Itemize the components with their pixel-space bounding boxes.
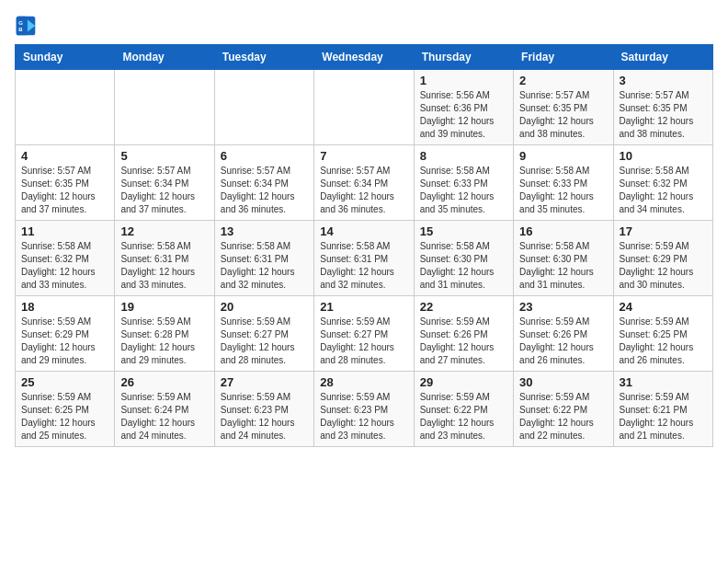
day-detail: Sunrise: 5:58 AM Sunset: 6:31 PM Dayligh… <box>221 240 308 292</box>
header-wednesday: Wednesday <box>314 45 414 70</box>
week-row-3: 18Sunrise: 5:59 AM Sunset: 6:29 PM Dayli… <box>16 296 713 372</box>
day-cell: 27Sunrise: 5:59 AM Sunset: 6:23 PM Dayli… <box>214 372 313 447</box>
day-detail: Sunrise: 5:59 AM Sunset: 6:23 PM Dayligh… <box>221 391 308 442</box>
header: G B <box>15 15 713 37</box>
day-cell: 10Sunrise: 5:58 AM Sunset: 6:32 PM Dayli… <box>613 145 712 221</box>
day-number: 16 <box>519 224 607 238</box>
day-cell <box>214 70 313 145</box>
day-number: 20 <box>221 300 308 314</box>
day-cell: 20Sunrise: 5:59 AM Sunset: 6:27 PM Dayli… <box>214 296 313 372</box>
week-row-4: 25Sunrise: 5:59 AM Sunset: 6:25 PM Dayli… <box>16 372 713 447</box>
day-number: 21 <box>320 300 407 314</box>
day-detail: Sunrise: 5:59 AM Sunset: 6:28 PM Dayligh… <box>120 316 208 367</box>
day-number: 23 <box>519 300 607 314</box>
day-number: 4 <box>21 149 108 163</box>
day-detail: Sunrise: 5:59 AM Sunset: 6:25 PM Dayligh… <box>21 391 108 442</box>
day-cell: 3Sunrise: 5:57 AM Sunset: 6:35 PM Daylig… <box>613 70 712 145</box>
day-number: 28 <box>320 375 407 389</box>
day-cell: 4Sunrise: 5:57 AM Sunset: 6:35 PM Daylig… <box>16 145 115 221</box>
day-number: 9 <box>519 149 607 163</box>
day-number: 12 <box>120 224 208 238</box>
day-detail: Sunrise: 5:58 AM Sunset: 6:30 PM Dayligh… <box>420 240 507 292</box>
day-cell <box>314 70 414 145</box>
week-row-0: 1Sunrise: 5:56 AM Sunset: 6:36 PM Daylig… <box>16 70 713 145</box>
day-detail: Sunrise: 5:59 AM Sunset: 6:29 PM Dayligh… <box>21 316 108 367</box>
day-number: 11 <box>21 224 108 238</box>
day-cell: 6Sunrise: 5:57 AM Sunset: 6:34 PM Daylig… <box>214 145 313 221</box>
header-friday: Friday <box>514 45 613 70</box>
day-cell: 17Sunrise: 5:59 AM Sunset: 6:29 PM Dayli… <box>613 221 712 296</box>
day-cell: 7Sunrise: 5:57 AM Sunset: 6:34 PM Daylig… <box>314 145 414 221</box>
day-detail: Sunrise: 5:57 AM Sunset: 6:34 PM Dayligh… <box>320 165 407 216</box>
week-row-1: 4Sunrise: 5:57 AM Sunset: 6:35 PM Daylig… <box>16 145 713 221</box>
day-number: 7 <box>320 149 407 163</box>
day-cell: 15Sunrise: 5:58 AM Sunset: 6:30 PM Dayli… <box>414 221 513 296</box>
day-cell: 9Sunrise: 5:58 AM Sunset: 6:33 PM Daylig… <box>514 145 613 221</box>
header-sunday: Sunday <box>16 45 115 70</box>
day-number: 29 <box>420 375 507 389</box>
day-number: 13 <box>221 224 308 238</box>
calendar-table: SundayMondayTuesdayWednesdayThursdayFrid… <box>15 44 713 447</box>
day-cell: 1Sunrise: 5:56 AM Sunset: 6:36 PM Daylig… <box>414 70 513 145</box>
day-cell: 24Sunrise: 5:59 AM Sunset: 6:25 PM Dayli… <box>613 296 712 372</box>
day-number: 6 <box>221 149 308 163</box>
day-detail: Sunrise: 5:59 AM Sunset: 6:27 PM Dayligh… <box>320 316 407 367</box>
day-number: 17 <box>620 224 707 238</box>
day-number: 19 <box>120 300 208 314</box>
day-number: 3 <box>620 74 707 87</box>
day-cell: 31Sunrise: 5:59 AM Sunset: 6:21 PM Dayli… <box>613 372 712 447</box>
day-number: 2 <box>519 74 607 87</box>
day-cell: 30Sunrise: 5:59 AM Sunset: 6:22 PM Dayli… <box>514 372 613 447</box>
day-detail: Sunrise: 5:58 AM Sunset: 6:30 PM Dayligh… <box>519 240 607 292</box>
day-detail: Sunrise: 5:59 AM Sunset: 6:29 PM Dayligh… <box>620 240 707 292</box>
day-detail: Sunrise: 5:57 AM Sunset: 6:35 PM Dayligh… <box>519 89 607 141</box>
day-detail: Sunrise: 5:57 AM Sunset: 6:35 PM Dayligh… <box>21 165 108 216</box>
day-number: 15 <box>420 224 507 238</box>
day-number: 22 <box>420 300 507 314</box>
day-number: 31 <box>620 375 707 389</box>
day-number: 1 <box>420 74 507 87</box>
day-detail: Sunrise: 5:58 AM Sunset: 6:32 PM Dayligh… <box>21 240 108 292</box>
day-cell: 14Sunrise: 5:58 AM Sunset: 6:31 PM Dayli… <box>314 221 414 296</box>
day-cell: 23Sunrise: 5:59 AM Sunset: 6:26 PM Dayli… <box>514 296 613 372</box>
header-thursday: Thursday <box>414 45 513 70</box>
day-detail: Sunrise: 5:58 AM Sunset: 6:33 PM Dayligh… <box>420 165 507 216</box>
day-cell: 13Sunrise: 5:58 AM Sunset: 6:31 PM Dayli… <box>214 221 313 296</box>
day-detail: Sunrise: 5:59 AM Sunset: 6:21 PM Dayligh… <box>620 391 707 442</box>
day-detail: Sunrise: 5:59 AM Sunset: 6:23 PM Dayligh… <box>320 391 407 442</box>
day-cell: 22Sunrise: 5:59 AM Sunset: 6:26 PM Dayli… <box>414 296 513 372</box>
day-number: 30 <box>519 375 607 389</box>
day-detail: Sunrise: 5:56 AM Sunset: 6:36 PM Dayligh… <box>420 89 507 141</box>
header-row: SundayMondayTuesdayWednesdayThursdayFrid… <box>16 45 713 70</box>
day-cell: 29Sunrise: 5:59 AM Sunset: 6:22 PM Dayli… <box>414 372 513 447</box>
day-detail: Sunrise: 5:59 AM Sunset: 6:26 PM Dayligh… <box>519 316 607 367</box>
logo-icon: G B <box>15 15 37 37</box>
day-number: 14 <box>320 224 407 238</box>
day-detail: Sunrise: 5:59 AM Sunset: 6:26 PM Dayligh… <box>420 316 507 367</box>
day-cell: 18Sunrise: 5:59 AM Sunset: 6:29 PM Dayli… <box>16 296 115 372</box>
day-detail: Sunrise: 5:59 AM Sunset: 6:25 PM Dayligh… <box>620 316 707 367</box>
header-tuesday: Tuesday <box>214 45 313 70</box>
day-detail: Sunrise: 5:59 AM Sunset: 6:27 PM Dayligh… <box>221 316 308 367</box>
day-cell: 26Sunrise: 5:59 AM Sunset: 6:24 PM Dayli… <box>115 372 214 447</box>
day-cell: 28Sunrise: 5:59 AM Sunset: 6:23 PM Dayli… <box>314 372 414 447</box>
svg-text:G: G <box>18 20 23 26</box>
day-cell: 21Sunrise: 5:59 AM Sunset: 6:27 PM Dayli… <box>314 296 414 372</box>
svg-text:B: B <box>18 27 23 32</box>
day-detail: Sunrise: 5:58 AM Sunset: 6:31 PM Dayligh… <box>120 240 208 292</box>
day-detail: Sunrise: 5:57 AM Sunset: 6:35 PM Dayligh… <box>620 89 707 141</box>
day-detail: Sunrise: 5:58 AM Sunset: 6:33 PM Dayligh… <box>519 165 607 216</box>
day-cell <box>115 70 214 145</box>
day-detail: Sunrise: 5:59 AM Sunset: 6:24 PM Dayligh… <box>120 391 208 442</box>
day-detail: Sunrise: 5:58 AM Sunset: 6:31 PM Dayligh… <box>320 240 407 292</box>
header-saturday: Saturday <box>613 45 712 70</box>
week-row-2: 11Sunrise: 5:58 AM Sunset: 6:32 PM Dayli… <box>16 221 713 296</box>
day-detail: Sunrise: 5:59 AM Sunset: 6:22 PM Dayligh… <box>519 391 607 442</box>
day-number: 18 <box>21 300 108 314</box>
day-cell: 2Sunrise: 5:57 AM Sunset: 6:35 PM Daylig… <box>514 70 613 145</box>
day-cell: 12Sunrise: 5:58 AM Sunset: 6:31 PM Dayli… <box>115 221 214 296</box>
day-number: 25 <box>21 375 108 389</box>
day-cell: 25Sunrise: 5:59 AM Sunset: 6:25 PM Dayli… <box>16 372 115 447</box>
day-cell: 8Sunrise: 5:58 AM Sunset: 6:33 PM Daylig… <box>414 145 513 221</box>
day-number: 10 <box>620 149 707 163</box>
